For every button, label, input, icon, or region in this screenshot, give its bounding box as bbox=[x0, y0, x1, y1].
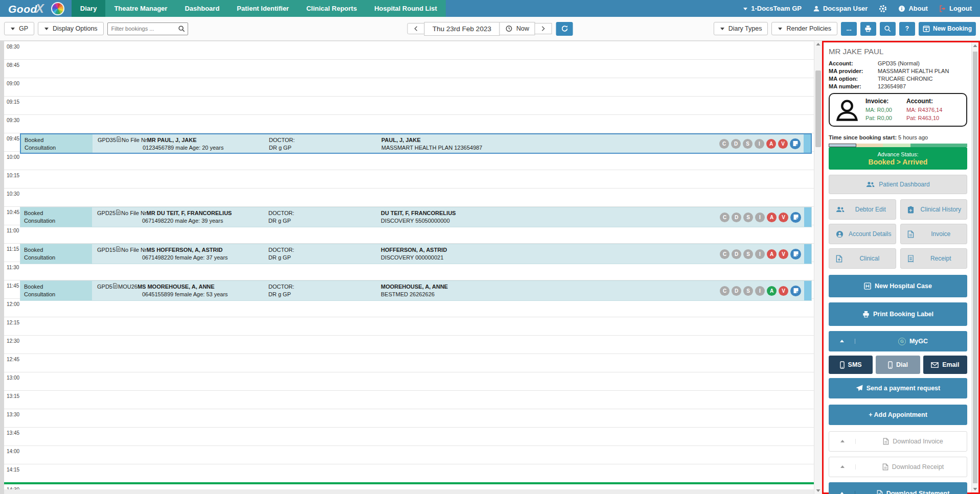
clinical-history-button[interactable]: Clinical History bbox=[900, 199, 968, 220]
flag-i[interactable]: I bbox=[755, 213, 765, 222]
flag-i[interactable]: I bbox=[755, 139, 764, 149]
scrollbar-thumb[interactable] bbox=[815, 70, 821, 147]
sms-button[interactable]: SMS bbox=[829, 356, 873, 374]
user-menu[interactable]: Docspan User bbox=[813, 5, 868, 12]
new-hospital-case-button[interactable]: New Hospital Case bbox=[829, 275, 967, 297]
flag-a[interactable]: A bbox=[767, 249, 777, 259]
status-flags[interactable]: CDSIAV bbox=[720, 213, 788, 222]
status-flags[interactable]: CDSIAV bbox=[720, 286, 788, 296]
booking-row[interactable]: BookedConsultation GPD5MOU26MS MOOREHOUS… bbox=[20, 280, 812, 301]
email-button[interactable]: Email bbox=[923, 356, 967, 374]
time-slot[interactable]: 10:15 bbox=[4, 170, 814, 188]
help-button[interactable]: ? bbox=[899, 22, 915, 36]
time-slot[interactable]: 08:30 bbox=[4, 41, 814, 59]
time-slot[interactable]: 11:30 bbox=[4, 262, 814, 280]
time-slot[interactable]: 13:45 bbox=[4, 427, 814, 445]
time-slot[interactable]: 09:30 bbox=[4, 114, 814, 133]
scroll-down-icon[interactable] bbox=[814, 488, 822, 493]
flag-d[interactable]: D bbox=[732, 286, 741, 296]
flag-i[interactable]: I bbox=[755, 249, 765, 259]
diary-scrollbar[interactable] bbox=[814, 41, 822, 494]
search-button[interactable] bbox=[880, 22, 896, 36]
flag-i[interactable]: I bbox=[755, 286, 765, 296]
booking-row[interactable]: BookedConsultation GPD15No File NrMS HOF… bbox=[20, 244, 812, 264]
time-slot[interactable]: 12:00 bbox=[4, 298, 814, 317]
flag-d[interactable]: D bbox=[731, 139, 741, 149]
download-statement-button[interactable]: Download Statement bbox=[829, 482, 967, 494]
time-slot[interactable]: 11:00 bbox=[4, 225, 814, 243]
sidebar-scrollbar[interactable] bbox=[971, 42, 978, 492]
refresh-button[interactable] bbox=[556, 22, 573, 36]
note-icon[interactable] bbox=[790, 138, 801, 149]
receipt-button[interactable]: Receipt bbox=[900, 248, 968, 269]
nav-item-dashboard[interactable]: Dashboard bbox=[176, 0, 228, 17]
flag-a[interactable]: A bbox=[767, 213, 777, 222]
add-appointment-button[interactable]: + Add Appointment bbox=[829, 405, 967, 425]
scrollbar-thumb[interactable] bbox=[973, 52, 977, 483]
nav-item-patient-identifier[interactable]: Patient Identifier bbox=[228, 0, 298, 17]
time-slot[interactable]: 09:15 bbox=[4, 96, 814, 114]
left-scroll-strip[interactable] bbox=[0, 41, 4, 494]
print-booking-label-button[interactable]: Print Booking Label bbox=[829, 302, 967, 326]
time-slot[interactable]: 10:30 bbox=[4, 188, 814, 206]
print-button[interactable] bbox=[860, 22, 876, 36]
collapse-toggle[interactable] bbox=[829, 464, 856, 469]
filter-bookings-input[interactable] bbox=[107, 22, 188, 35]
next-day-button[interactable] bbox=[535, 23, 552, 34]
collapse-toggle[interactable] bbox=[829, 439, 856, 444]
clinical-button[interactable]: Clinical bbox=[829, 248, 896, 269]
note-icon[interactable] bbox=[790, 286, 801, 296]
time-slot[interactable]: 13:00 bbox=[4, 372, 814, 390]
collapse-toggle[interactable] bbox=[829, 339, 855, 344]
note-icon[interactable] bbox=[790, 212, 801, 223]
display-options-dropdown[interactable]: Display Options bbox=[38, 22, 104, 35]
flag-c[interactable]: C bbox=[720, 249, 730, 259]
diary-types-dropdown[interactable]: Diary Types bbox=[714, 22, 768, 35]
time-slot[interactable]: 14:15 bbox=[4, 464, 814, 482]
flag-d[interactable]: D bbox=[732, 213, 741, 222]
account-details-button[interactable]: Account Details bbox=[829, 224, 896, 244]
flag-c[interactable]: C bbox=[720, 213, 730, 222]
flag-c[interactable]: C bbox=[720, 286, 730, 296]
team-dropdown[interactable]: 1-DocsTeam GP bbox=[743, 5, 802, 12]
gp-dropdown[interactable]: GP bbox=[4, 22, 34, 35]
mygc-button[interactable]: GMyGC bbox=[829, 331, 967, 351]
download-invoice-button[interactable]: Download Invoice bbox=[829, 431, 967, 452]
scroll-up-icon[interactable] bbox=[814, 42, 822, 47]
flag-s[interactable]: S bbox=[743, 249, 753, 259]
more-actions-button[interactable]: ... bbox=[841, 22, 857, 36]
flag-s[interactable]: S bbox=[743, 286, 753, 296]
flag-a[interactable]: A bbox=[767, 286, 777, 296]
logout-button[interactable]: Logout bbox=[939, 5, 972, 12]
note-icon[interactable] bbox=[790, 249, 801, 260]
time-slot[interactable]: 09:00 bbox=[4, 78, 814, 96]
time-slot[interactable]: 08:45 bbox=[4, 59, 814, 78]
now-button[interactable]: Now bbox=[499, 22, 535, 35]
flag-s[interactable]: S bbox=[743, 139, 753, 149]
scroll-down-icon[interactable] bbox=[972, 486, 978, 491]
diary-grid[interactable]: 08:3008:4509:0009:1509:3009:4510:0010:15… bbox=[4, 41, 814, 494]
time-slot[interactable]: 12:30 bbox=[4, 335, 814, 354]
payment-request-button[interactable]: Send a payment request bbox=[829, 378, 967, 398]
booking-row[interactable]: BookedConsultation GPD25No File NrMR DU … bbox=[20, 207, 812, 227]
nav-item-clinical-reports[interactable]: Clinical Reports bbox=[298, 0, 366, 17]
patient-dashboard-button[interactable]: Patient Dashboard bbox=[829, 175, 967, 194]
flag-v[interactable]: V bbox=[778, 139, 788, 149]
time-slot[interactable]: 13:30 bbox=[4, 409, 814, 427]
flag-s[interactable]: S bbox=[743, 213, 753, 222]
flag-a[interactable]: A bbox=[766, 139, 776, 149]
current-date-button[interactable]: Thu 23rd Feb 2023 bbox=[424, 22, 500, 36]
flag-v[interactable]: V bbox=[779, 213, 788, 222]
nav-item-diary[interactable]: Diary bbox=[72, 0, 106, 17]
collapse-toggle[interactable] bbox=[829, 491, 855, 494]
time-slot[interactable]: 13:15 bbox=[4, 390, 814, 409]
time-slot[interactable]: 10:00 bbox=[4, 151, 814, 170]
time-slot[interactable]: 12:15 bbox=[4, 317, 814, 335]
download-receipt-button[interactable]: Download Receipt bbox=[829, 457, 967, 477]
prev-day-button[interactable] bbox=[407, 23, 424, 34]
booking-row[interactable]: BookedConsultation GPD35No File NrMR PAU… bbox=[20, 133, 812, 154]
scroll-up-icon[interactable] bbox=[972, 43, 978, 49]
render-policies-dropdown[interactable]: Render Policies bbox=[771, 22, 837, 35]
time-slot[interactable]: 14:00 bbox=[4, 445, 814, 464]
flag-d[interactable]: D bbox=[732, 249, 741, 259]
